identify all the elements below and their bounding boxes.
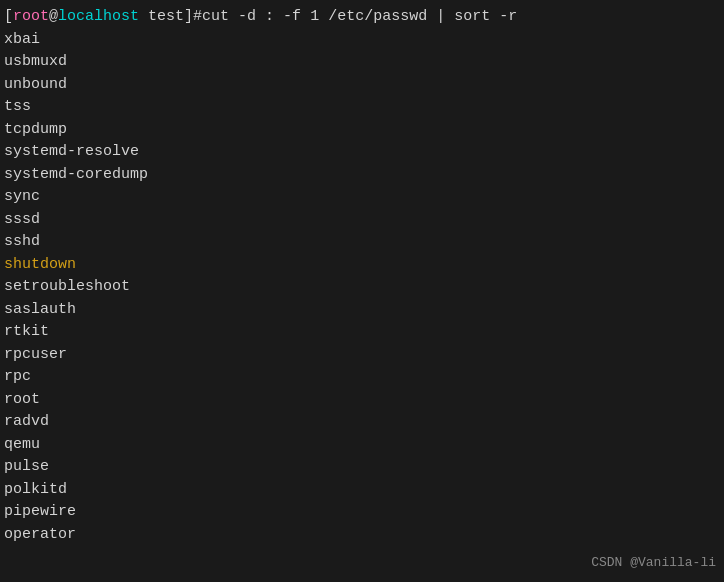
output-line: xbai <box>4 29 720 52</box>
prompt-user: root <box>13 6 49 29</box>
output-line: polkitd <box>4 479 720 502</box>
output-line: rpc <box>4 366 720 389</box>
bracket-close: ] <box>184 6 193 29</box>
output-line: tcpdump <box>4 119 720 142</box>
output-line: pipewire <box>4 501 720 524</box>
output-lines: xbaiusbmuxdunboundtsstcpdumpsystemd-reso… <box>4 29 720 547</box>
prompt-at: @ <box>49 6 58 29</box>
output-line: saslauth <box>4 299 720 322</box>
output-line: rpcuser <box>4 344 720 367</box>
output-line: systemd-resolve <box>4 141 720 164</box>
bracket-open: [ <box>4 6 13 29</box>
output-line: shutdown <box>4 254 720 277</box>
prompt-line: [root@localhost test]# cut -d : -f 1 /et… <box>4 6 720 29</box>
output-line: rtkit <box>4 321 720 344</box>
prompt-hash: # <box>193 6 202 29</box>
output-line: sssd <box>4 209 720 232</box>
output-line: tss <box>4 96 720 119</box>
output-line: operator <box>4 524 720 547</box>
prompt-dir: test <box>139 6 184 29</box>
output-line: systemd-coredump <box>4 164 720 187</box>
output-line: usbmuxd <box>4 51 720 74</box>
output-line: qemu <box>4 434 720 457</box>
watermark: CSDN @Vanilla-li <box>591 553 716 573</box>
prompt-command: cut -d : -f 1 /etc/passwd | sort -r <box>202 6 517 29</box>
output-line: sshd <box>4 231 720 254</box>
output-line: unbound <box>4 74 720 97</box>
output-line: radvd <box>4 411 720 434</box>
prompt-host: localhost <box>58 6 139 29</box>
output-line: sync <box>4 186 720 209</box>
output-line: root <box>4 389 720 412</box>
output-line: setroubleshoot <box>4 276 720 299</box>
output-line: pulse <box>4 456 720 479</box>
terminal: [root@localhost test]# cut -d : -f 1 /et… <box>0 0 724 552</box>
